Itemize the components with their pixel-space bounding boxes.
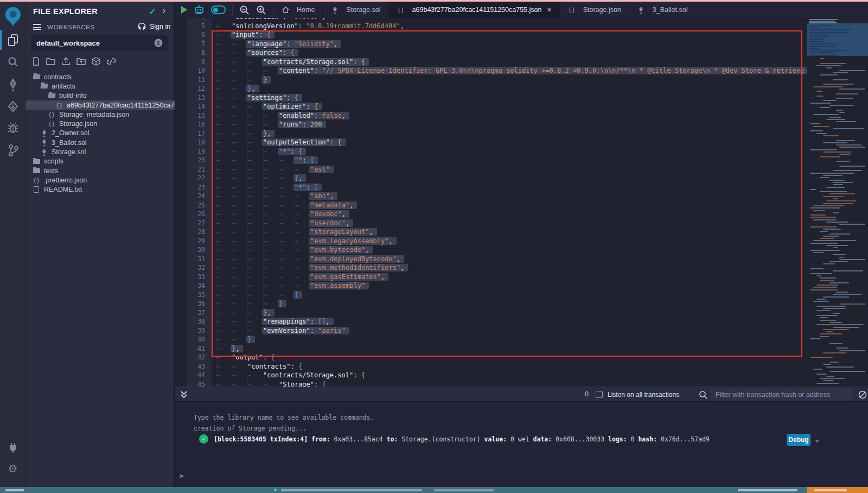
run-script-icon[interactable]	[181, 6, 187, 14]
zoom-out-icon[interactable]	[239, 5, 250, 15]
code-line[interactable]: 40→→}	[175, 335, 868, 344]
tree-item-2-owner-sol[interactable]: 2_Owner.sol	[25, 129, 175, 138]
code-line[interactable]: 14→→→"optimizer": {	[175, 102, 868, 111]
link-icon[interactable]	[106, 57, 116, 66]
tree-item-storage-sol[interactable]: Storage.sol	[25, 147, 175, 156]
transaction-filter-input[interactable]	[711, 388, 852, 401]
code-line[interactable]: 38→→→"remappings": [],	[175, 317, 868, 326]
code-line[interactable]: 5→"solcLongVersion": "0.8.19+commit.7dd6…	[175, 22, 868, 31]
code-line[interactable]: 32→→→→→→"evm.methodIdentifiers",	[175, 263, 868, 273]
highlight-box: }	[246, 336, 255, 343]
terminal[interactable]: Type the library name to see available c…	[175, 402, 868, 487]
new-folder-icon[interactable]	[46, 57, 55, 66]
deploy-run-icon[interactable]	[0, 100, 25, 112]
code-line[interactable]: 42→"output": {	[175, 353, 868, 362]
code-line[interactable]: 27→→→→→→"userdoc",	[175, 219, 868, 228]
git-icon[interactable]	[0, 144, 25, 157]
code-line[interactable]: 17→→→},	[175, 129, 868, 138]
line-content: →→→→→→"ast"	[216, 165, 334, 175]
tree-item-build-info[interactable]: build-info	[25, 91, 175, 100]
code-line[interactable]: 16→→→→"runs": 200	[175, 120, 868, 129]
plugin-manager-icon[interactable]	[0, 441, 25, 453]
code-line[interactable]: 36→→→→}	[175, 299, 868, 308]
code-line[interactable]: 13→→"settings": {	[175, 93, 868, 103]
tree-item-a69b43f277ba20fcac141151250ca7-[interactable]: {}a69b43f277ba20fcac141151250ca7...	[25, 100, 175, 110]
tree-item-storage-metadata-json[interactable]: {}Storage_metadata.json	[25, 110, 175, 119]
code-line[interactable]: 8→→"sources": {	[175, 48, 868, 58]
terminal-search-icon[interactable]	[699, 390, 708, 400]
upload-folder-icon[interactable]	[76, 57, 86, 66]
debugger-icon[interactable]	[0, 122, 25, 134]
code-line[interactable]: 35→→→→→]	[175, 290, 868, 300]
code-line[interactable]: 31→→→→→→"evm.deployedBytecode",	[175, 255, 868, 264]
upload-file-icon[interactable]	[61, 57, 71, 66]
tab-storage-json[interactable]: {}Storage.json	[560, 2, 629, 18]
code-line[interactable]: 34→→→→→→"evm.assembly"	[175, 281, 868, 290]
code-line[interactable]: 10→→→→"content": "// SPDX-License-Identi…	[175, 66, 868, 75]
code-line[interactable]: 33→→→→→→"evm.gasEstimates",	[175, 273, 868, 282]
workspace-menu-icon[interactable]	[33, 24, 41, 30]
tree-item-3-ballot-sol[interactable]: 3_Ballot.sol	[25, 138, 175, 147]
code-line[interactable]: 30→→→→→→"evm.bytecode",	[175, 245, 868, 255]
file-explorer-icon[interactable]	[0, 33, 25, 47]
code-line[interactable]: 25→→→→→→"metadata",	[175, 201, 868, 210]
code-line[interactable]: 21→→→→→→"ast"	[175, 165, 868, 174]
tree-item-artifacts[interactable]: artifacts	[25, 81, 175, 91]
code-line[interactable]: 6→"input": {	[175, 30, 868, 40]
tree-item-scripts[interactable]: scripts	[25, 157, 175, 166]
chevron-right-icon[interactable]: ›	[162, 5, 165, 16]
workspace-select[interactable]: default_workspace	[31, 35, 168, 50]
clear-console-icon[interactable]	[858, 390, 867, 399]
code-line[interactable]: 28→→→→→→"storageLayout",	[175, 227, 868, 237]
new-file-icon[interactable]	[32, 57, 40, 66]
debug-button[interactable]: Debug	[787, 434, 810, 446]
code-line[interactable]: 11→→→}	[175, 75, 868, 85]
code-line[interactable]: 29→→→→→→"evm.legacyAssembly",	[175, 237, 868, 246]
solidity-compiler-icon[interactable]	[0, 78, 25, 92]
minimap[interactable]	[807, 18, 868, 387]
code-line[interactable]: 44→→→"contracts/Storage.sol": {	[175, 371, 868, 380]
settings-icon[interactable]: ⚙	[0, 462, 25, 475]
search-icon[interactable]	[0, 56, 25, 68]
tree-item-tests[interactable]: tests	[25, 166, 175, 175]
code-line[interactable]: 24→→→→→→"abi",	[175, 192, 868, 201]
tree-item-storage-json[interactable]: {}Storage.json	[25, 119, 175, 128]
tab-a69b43f277ba20fcac141151250ca755-json[interactable]: {}a69b43f277ba20fcac141151250ca755.json×	[389, 2, 560, 18]
line-number: 10	[175, 66, 205, 75]
code-line[interactable]: 7→→"language": "Solidity",	[175, 40, 868, 49]
robot-icon[interactable]	[194, 4, 205, 15]
tree-item--prettierrc-json[interactable]: {}.prettierrc.json	[25, 175, 175, 185]
code-line[interactable]: 12→→},	[175, 84, 868, 93]
sign-in-button[interactable]: Sign in	[137, 22, 170, 30]
code-line[interactable]: 23→→→→→"*": [	[175, 183, 868, 192]
remix-logo-icon[interactable]	[0, 6, 25, 27]
zoom-in-icon[interactable]	[256, 5, 266, 15]
code-line[interactable]: 9→→→"contracts/Storage.sol": {	[175, 58, 868, 67]
tab-3-ballot-sol[interactable]: 3_Ballot.sol	[629, 2, 696, 18]
code-line[interactable]: 19→→→→"*": {	[175, 147, 868, 156]
code-line[interactable]: 15→→→→"enabled": false,	[175, 111, 868, 121]
listen-all-checkbox[interactable]	[596, 391, 603, 398]
code-editor[interactable]: 4→"solcVersion": "0.8.19",5→"solcLongVer…	[175, 18, 868, 387]
code-line[interactable]: 45→→→→"Storage": {	[175, 380, 868, 387]
code-line[interactable]: 18→→→"outputSelection": {	[175, 138, 868, 147]
collapse-terminal-icon[interactable]	[180, 390, 188, 399]
code-line[interactable]: 22→→→→→],	[175, 174, 868, 183]
tree-item-contracts[interactable]: contracts	[25, 72, 175, 81]
tab-whitespace-marker: →	[216, 327, 232, 336]
tab-home[interactable]: Home	[273, 2, 323, 18]
code-line[interactable]: 41→},	[175, 344, 868, 353]
cube-icon[interactable]	[92, 57, 100, 66]
close-tab-icon[interactable]: ×	[547, 5, 551, 14]
expand-transaction-icon[interactable]: ⌄	[815, 434, 819, 443]
tree-item-readme-txt[interactable]: README.txt	[25, 185, 175, 194]
code-line[interactable]: 43→→"contracts": {	[175, 362, 868, 371]
code-line[interactable]: 37→→→},	[175, 308, 868, 318]
code-line[interactable]: 39→→→"evmVersion": "paris"	[175, 326, 868, 336]
tab-storage-sol[interactable]: Storage.sol	[323, 2, 388, 18]
toggle-icon[interactable]	[211, 5, 226, 14]
transaction-row[interactable]: ✓ [block:5583405 txIndex:4] from: 0xa03.…	[199, 434, 710, 444]
code-line[interactable]: 26→→→→→→"devdoc",	[175, 210, 868, 219]
terminal-prompt[interactable]: >	[180, 472, 183, 480]
code-line[interactable]: 20→→→→→"": [	[175, 156, 868, 165]
